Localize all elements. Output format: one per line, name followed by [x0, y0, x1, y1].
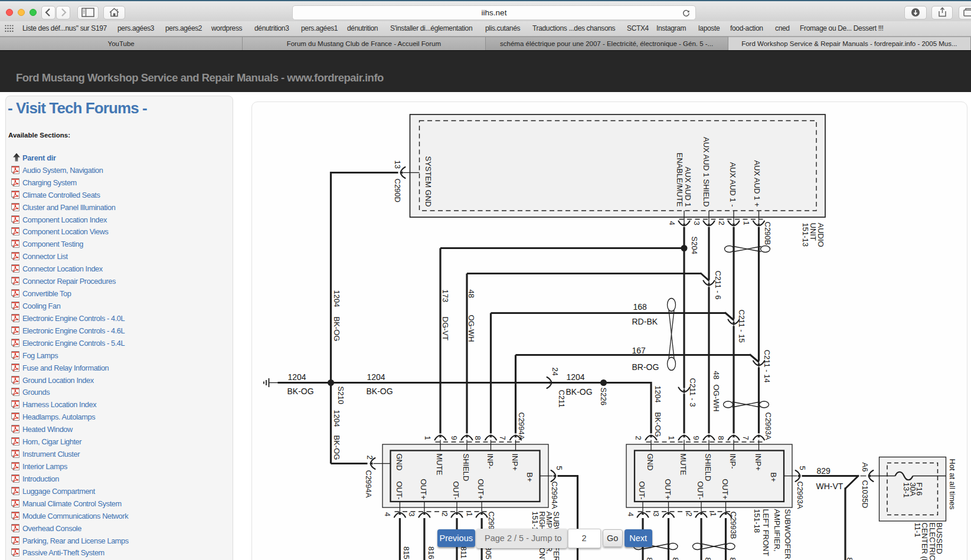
- svg-text:3: 3: [692, 221, 701, 225]
- svg-text:BR-OG: BR-OG: [632, 362, 659, 371]
- svg-text:3: 3: [652, 512, 661, 516]
- svg-text:816: 816: [426, 546, 435, 559]
- svg-text:814: 814: [671, 557, 679, 560]
- svg-text:813: 813: [645, 557, 654, 560]
- svg-text:MUTE: MUTE: [435, 453, 444, 475]
- svg-text:C290D: C290D: [393, 178, 401, 202]
- svg-text:C211 - 6: C211 - 6: [714, 270, 722, 299]
- svg-text:167: 167: [632, 346, 646, 355]
- svg-text:2: 2: [365, 455, 374, 459]
- svg-text:810: 810: [704, 557, 712, 560]
- svg-text:OUT+: OUT+: [663, 479, 672, 499]
- svg-text:4: 4: [626, 512, 635, 516]
- svg-text:BK-OG: BK-OG: [332, 435, 341, 460]
- svg-text:48: 48: [711, 371, 720, 379]
- svg-text:829: 829: [816, 466, 831, 475]
- svg-text:3: 3: [407, 512, 416, 516]
- svg-text:OUT-: OUT-: [452, 481, 460, 499]
- svg-text:C1035D: C1035D: [860, 480, 869, 508]
- svg-text:7: 7: [741, 435, 750, 440]
- svg-text:2: 2: [440, 512, 449, 516]
- svg-text:4: 4: [382, 512, 391, 516]
- svg-text:BK-OG: BK-OG: [653, 412, 662, 437]
- svg-text:2: 2: [633, 435, 642, 440]
- svg-text:WH-VT: WH-VT: [816, 481, 843, 490]
- svg-text:815: 815: [402, 546, 411, 559]
- svg-text:2: 2: [717, 221, 725, 225]
- svg-text:9: 9: [449, 435, 458, 440]
- svg-text:OUT+: OUT+: [419, 479, 428, 499]
- svg-text:INP+: INP+: [753, 453, 762, 470]
- svg-text:AUDIO: AUDIO: [816, 222, 825, 247]
- svg-text:ENABLE/MUTE: ENABLE/MUTE: [675, 152, 684, 207]
- svg-text:7: 7: [498, 435, 507, 440]
- svg-text:8: 8: [473, 435, 482, 440]
- svg-text:C211: C211: [557, 389, 566, 407]
- svg-text:C2993A: C2993A: [795, 481, 804, 509]
- svg-text:OUT-: OUT-: [696, 481, 705, 499]
- svg-text:OUT+: OUT+: [476, 479, 485, 499]
- svg-text:1: 1: [666, 435, 675, 440]
- svg-text:AMPLIFIER,: AMPLIFIER,: [772, 509, 781, 551]
- svg-text:1204: 1204: [653, 385, 662, 402]
- svg-text:BK-OG: BK-OG: [565, 387, 592, 396]
- svg-text:BK-OG: BK-OG: [287, 387, 313, 396]
- svg-text:173: 173: [441, 289, 450, 302]
- svg-text:13: 13: [393, 160, 401, 168]
- svg-text:AUX AUD 1 -: AUX AUD 1 -: [728, 162, 737, 207]
- svg-text:LEFT FRONT: LEFT FRONT: [761, 509, 770, 556]
- svg-text:GND: GND: [646, 453, 655, 470]
- svg-text:24: 24: [551, 367, 560, 375]
- svg-text:5: 5: [797, 466, 806, 470]
- svg-text:C2993B: C2993B: [729, 511, 738, 539]
- svg-text:Hot at all times: Hot at all times: [948, 459, 957, 509]
- svg-text:AUX AUD 1 SHIELD: AUX AUD 1 SHIELD: [702, 137, 711, 207]
- svg-text:811: 811: [459, 546, 468, 559]
- svg-text:C2994A: C2994A: [550, 481, 558, 509]
- svg-text:SHIELD: SHIELD: [462, 453, 470, 481]
- svg-text:1: 1: [423, 435, 431, 440]
- svg-text:1: 1: [465, 512, 473, 516]
- svg-text:INP-: INP-: [728, 453, 737, 469]
- svg-text:1204: 1204: [332, 410, 341, 427]
- svg-text:801: 801: [845, 557, 854, 560]
- svg-text:48: 48: [466, 289, 475, 297]
- svg-text:C211 - 15: C211 - 15: [737, 309, 746, 342]
- svg-text:S204: S204: [690, 236, 699, 254]
- svg-text:5: 5: [554, 466, 563, 470]
- svg-text:168: 168: [633, 302, 647, 311]
- svg-text:C290B: C290B: [763, 221, 772, 245]
- svg-text:OUT-: OUT-: [394, 481, 403, 499]
- svg-text:OUT+: OUT+: [720, 479, 729, 499]
- svg-text:804: 804: [728, 557, 737, 560]
- svg-text:1204: 1204: [367, 372, 385, 381]
- svg-text:1: 1: [709, 512, 718, 516]
- svg-text:151-13: 151-13: [801, 222, 810, 246]
- svg-text:MUTE: MUTE: [679, 453, 688, 475]
- svg-text:DG-VT: DG-VT: [441, 316, 450, 340]
- svg-text:A6: A6: [860, 462, 869, 471]
- svg-text:1204: 1204: [332, 290, 341, 307]
- svg-text:B+: B+: [525, 472, 534, 482]
- svg-text:2: 2: [684, 512, 693, 516]
- svg-text:C2993A: C2993A: [764, 412, 773, 440]
- svg-text:BK-OG: BK-OG: [332, 316, 341, 341]
- svg-text:C211 - 3: C211 - 3: [688, 378, 697, 407]
- svg-text:1204: 1204: [566, 372, 584, 381]
- svg-text:BUSSED: BUSSED: [935, 522, 944, 554]
- svg-text:805: 805: [484, 546, 493, 559]
- svg-text:GND: GND: [395, 453, 404, 470]
- svg-text:C2994A: C2994A: [517, 412, 526, 440]
- svg-text:SYSTEM GND: SYSTEM GND: [424, 156, 433, 207]
- svg-text:9: 9: [691, 435, 700, 440]
- svg-text:B+: B+: [769, 472, 777, 482]
- svg-text:4: 4: [667, 221, 676, 225]
- svg-text:OUT-: OUT-: [637, 481, 646, 499]
- svg-text:C211 - 14: C211 - 14: [763, 349, 771, 382]
- svg-text:SHIELD: SHIELD: [704, 453, 712, 481]
- svg-text:INP-: INP-: [485, 453, 494, 469]
- svg-text:1204: 1204: [287, 372, 306, 381]
- svg-text:S210: S210: [336, 386, 345, 404]
- svg-text:C2994A: C2994A: [364, 470, 373, 497]
- svg-text:8: 8: [716, 435, 725, 440]
